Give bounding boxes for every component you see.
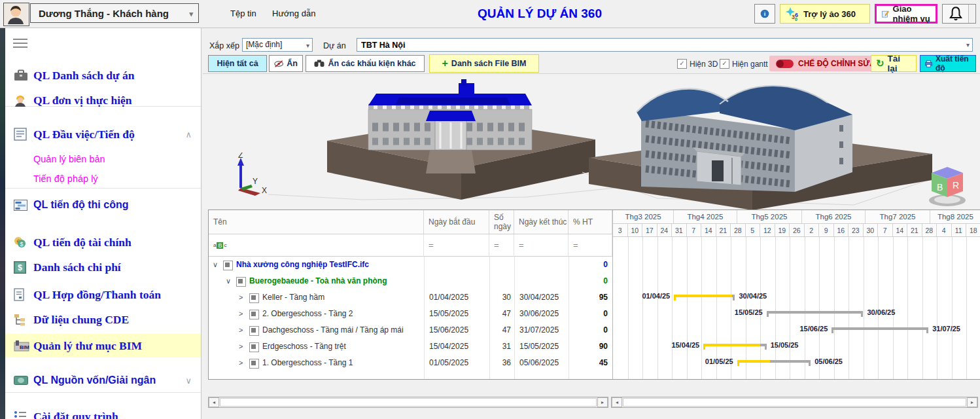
user-name: Dương Thắng - Khách hàng xyxy=(39,8,169,19)
chevron-down-icon: ▾ xyxy=(306,39,309,52)
gantt-bar[interactable] xyxy=(767,311,864,317)
row-checkbox[interactable] xyxy=(236,277,246,287)
sidebar-item-4[interactable]: Tiến độ pháp lý xyxy=(5,167,201,191)
gantt-hscrollbar[interactable]: ◂ ▸ xyxy=(611,397,978,408)
printer-icon xyxy=(925,60,932,68)
sidebar-item-9[interactable]: Dữ liệu chung CDE xyxy=(5,308,201,331)
hide-others-label: Ẩn các khẩu kiện khác xyxy=(328,59,415,68)
gantt-month-header: Thg4 2025 xyxy=(674,210,737,224)
sort-select[interactable]: [Mặc định] ▾ xyxy=(242,38,313,52)
sidebar-item-10[interactable]: BIMQuản lý thư mục BIM xyxy=(5,334,201,357)
info-button[interactable]: i xyxy=(754,4,775,24)
project-input[interactable] xyxy=(357,38,973,52)
gantt-bar[interactable] xyxy=(831,327,928,333)
right-building-model[interactable] xyxy=(579,74,936,210)
virtual-assistant-button[interactable]: 3 6 0 Trợ lý ảo 360 xyxy=(780,4,870,24)
scroll-right-icon[interactable]: ▸ xyxy=(967,397,977,407)
scroll-left-icon[interactable]: ◂ xyxy=(612,397,622,407)
reload-button[interactable]: ↻ Tải lại xyxy=(871,55,917,72)
view-cube[interactable]: B R xyxy=(926,164,968,209)
column-header-0[interactable]: Tên xyxy=(209,210,424,234)
user-dropdown[interactable]: Dương Thắng - Khách hàng ▾ xyxy=(30,3,199,23)
assistant-360-icon: 3 6 0 xyxy=(786,7,800,21)
row-checkbox[interactable] xyxy=(249,326,259,336)
row-checkbox[interactable] xyxy=(249,359,259,369)
gantt-week-header: 31 xyxy=(672,224,687,237)
table-row[interactable]: ∨Buerogebaeude - Toà nhà văn phòng0 xyxy=(209,273,612,289)
user-avatar[interactable] xyxy=(3,3,29,26)
scrollbar-thumb[interactable] xyxy=(220,398,597,407)
filter-cell-3[interactable]: = xyxy=(514,234,569,257)
show-3d-checkbox[interactable]: ✓ Hiện 3D xyxy=(677,59,718,69)
gantt-bar[interactable] xyxy=(703,344,766,350)
sidebar-item-label: Quản lý biên bản xyxy=(33,154,105,164)
sidebar-item-7[interactable]: $Danh sách chi phí xyxy=(5,255,201,279)
gantt-bar-end-label: 15/05/25 xyxy=(771,341,799,350)
column-header-4[interactable]: % HT xyxy=(569,210,612,234)
refresh-icon: ↻ xyxy=(876,58,884,69)
tree-expand-arrow[interactable]: > xyxy=(239,322,243,338)
row-checkbox[interactable] xyxy=(249,293,259,303)
column-header-1[interactable]: Ngày bắt đầu xyxy=(424,210,489,234)
edit-mode-toggle[interactable]: CHẾ ĐỘ CHỈNH SỬA xyxy=(769,56,882,71)
sidebar-item-6[interactable]: €$QL tiến độ tài chính xyxy=(5,230,201,254)
sidebar-item-2[interactable]: QL Đầu việc/Tiến độ∧ xyxy=(5,122,201,146)
menu-file[interactable]: Tệp tin xyxy=(225,0,262,27)
gantt-gridline xyxy=(628,237,629,379)
gantt-bar[interactable] xyxy=(674,295,735,301)
task-name: Keller - Tầng hầm xyxy=(262,289,324,306)
show-gantt-checkbox[interactable]: ✓ Hiện gantt xyxy=(720,59,768,69)
show-all-button[interactable]: Hiện tất cả xyxy=(208,55,267,72)
svg-text:$: $ xyxy=(18,263,22,272)
left-building-model[interactable] xyxy=(265,75,618,206)
row-checkbox[interactable] xyxy=(249,342,259,352)
task-end-date: 15/05/2025 xyxy=(519,338,567,355)
filter-cell-2[interactable]: = xyxy=(489,234,514,257)
sidebar-item-5[interactable]: QL tiến độ thi công xyxy=(5,193,201,217)
column-header-2[interactable]: Số ngày xyxy=(489,210,514,234)
reload-label: Tải lại xyxy=(888,54,911,73)
table-row[interactable]: >Erdgeschoss - Tầng trệt15/04/20253115/0… xyxy=(209,338,612,355)
sidebar-item-8[interactable]: QL Hợp đồng/Thanh toán xyxy=(5,283,201,306)
sidebar-item-12[interactable]: Cài đặt quy trình xyxy=(5,405,201,419)
tree-collapse-arrow[interactable]: ∨ xyxy=(213,257,218,273)
menu-help[interactable]: Hướng dẫn xyxy=(267,0,321,27)
sidebar-item-1[interactable]: QL đơn vị thực hiện xyxy=(5,88,201,112)
binoculars-icon xyxy=(314,60,324,67)
tree-collapse-arrow[interactable]: ∨ xyxy=(226,273,231,289)
column-header-3[interactable]: Ngày kết thúc xyxy=(514,210,569,234)
tree-expand-arrow[interactable]: > xyxy=(239,289,243,306)
export-schedule-button[interactable]: Xuất tiến độ xyxy=(920,55,976,72)
tree-expand-arrow[interactable]: > xyxy=(239,338,243,355)
hide-button[interactable]: Ẩn xyxy=(269,55,303,72)
tree-expand-arrow[interactable]: > xyxy=(239,306,243,322)
gantt-month-header: Thg5 2025 xyxy=(737,210,803,224)
table-row[interactable]: >Keller - Tầng hầm01/04/20253030/04/2025… xyxy=(209,289,612,306)
show-3d-label: Hiện 3D xyxy=(690,60,718,69)
scroll-right-icon[interactable]: ▸ xyxy=(597,397,608,407)
sidebar-item-0[interactable]: QL Danh sách dự án xyxy=(5,64,201,87)
svg-text:BIM: BIM xyxy=(20,344,29,350)
chevron-down-icon[interactable]: ▾ xyxy=(966,41,970,48)
tree-expand-arrow[interactable]: > xyxy=(239,355,243,371)
scrollbar-thumb[interactable] xyxy=(623,398,966,407)
table-row[interactable]: >2. Obergeschoss - Tầng 215/05/20254730/… xyxy=(209,306,612,322)
sidebar-item-11[interactable]: QL Nguồn vốn/Giải ngân∨ xyxy=(5,369,201,392)
gantt-gridline xyxy=(864,237,864,379)
text-filter-icon[interactable]: aBc xyxy=(209,234,424,257)
gantt-bar[interactable] xyxy=(737,360,811,366)
table-hscrollbar[interactable]: ◂ ▸ xyxy=(208,397,608,408)
hide-other-elements-button[interactable]: Ẩn các khẩu kiện khác xyxy=(306,55,425,72)
table-row[interactable]: >Dachgeschoss - Tầng mái / Tầng áp mái15… xyxy=(209,322,612,338)
table-row[interactable]: >1. Obergeschoss - Tầng 101/05/20253605/… xyxy=(209,355,612,371)
menu-toggle-icon[interactable] xyxy=(13,36,27,46)
bim-file-list-button[interactable]: + Danh sách File BIM xyxy=(429,54,539,73)
scroll-left-icon[interactable]: ◂ xyxy=(209,397,219,407)
filter-cell-4[interactable]: = xyxy=(569,234,612,257)
table-row[interactable]: ∨Nhà xưởng công nghiệp TestIFC.ifc0 xyxy=(209,257,612,273)
row-checkbox[interactable] xyxy=(223,261,233,270)
row-checkbox[interactable] xyxy=(249,310,259,319)
assign-task-button[interactable]: Giao nhiệm vụ xyxy=(875,4,937,24)
notifications-button[interactable] xyxy=(942,4,976,24)
filter-cell-1[interactable]: = xyxy=(424,234,489,257)
